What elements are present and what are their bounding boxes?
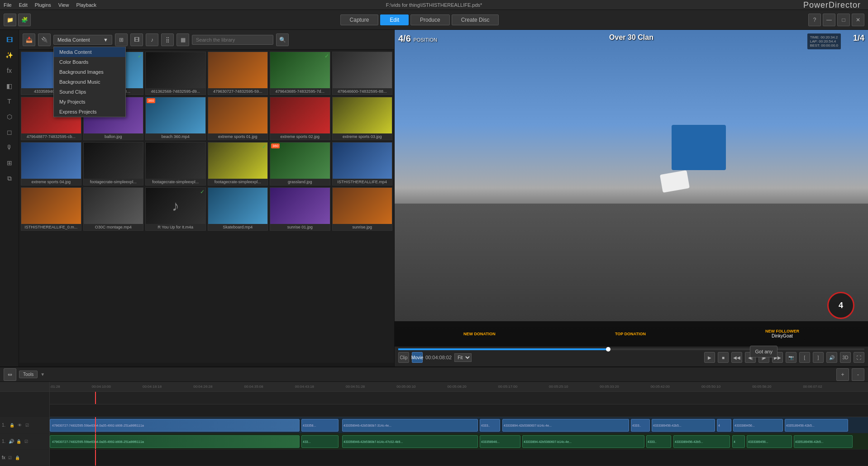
audio-1-2[interactable]: 433...	[301, 435, 339, 448]
track-1-audio-mute[interactable]: ☑	[23, 438, 29, 445]
capture-tab[interactable]: Capture	[340, 14, 379, 25]
audio-1-6[interactable]: 4333..	[646, 435, 671, 448]
clip-1-8[interactable]: 4	[717, 419, 731, 432]
media-icon[interactable]: 🎞	[3, 33, 16, 46]
fit-dropdown[interactable]: Fit	[454, 353, 472, 362]
search-icon[interactable]: 🔍	[276, 33, 289, 46]
fx-icon[interactable]: fx	[3, 64, 16, 77]
fx-check[interactable]: ☑	[7, 455, 13, 461]
track-1-check[interactable]: ☑	[24, 422, 30, 428]
clip-1-10[interactable]: 4335189456-42b5...	[785, 419, 848, 432]
maximize-icon[interactable]: □	[837, 14, 850, 26]
sort-icon[interactable]: ⣿	[161, 33, 174, 46]
dropdown-button[interactable]: Media Content ▼	[53, 35, 112, 45]
multi-icon[interactable]: ⊞	[3, 157, 16, 169]
audio-1-10[interactable]: 4335189456-42b5...	[794, 435, 853, 448]
effects-icon[interactable]: ✨	[3, 49, 16, 62]
help-icon[interactable]: ?	[808, 14, 821, 26]
mark-out-btn[interactable]: ]	[813, 352, 824, 363]
produce-tab[interactable]: Produce	[410, 14, 450, 25]
media-item-21[interactable]: Skateboard.mp4	[208, 187, 268, 231]
audio-icon[interactable]: 🎙	[3, 141, 16, 154]
filmstrip-icon[interactable]: 🎞	[130, 33, 143, 46]
3d-btn[interactable]: 3D	[840, 352, 851, 363]
menu-edit[interactable]: Edit	[19, 2, 28, 8]
clip-1-4[interactable]: 4333..	[480, 419, 500, 432]
progress-bar[interactable]	[398, 348, 864, 350]
clip-1-9[interactable]: 4333389456...	[733, 419, 783, 432]
folder-icon[interactable]: 📁	[4, 14, 16, 26]
music-file-icon[interactable]: ♪	[146, 33, 158, 46]
media-item-3[interactable]: 479630727-74832595-59...	[208, 52, 268, 95]
subtitle-icon[interactable]: ◻	[3, 126, 16, 138]
media-item-8[interactable]: 360 beach 360.mp4	[145, 97, 206, 140]
chapter-icon[interactable]: ⬡	[3, 110, 16, 123]
media-item-22[interactable]: sunrise 01.jpg	[270, 187, 330, 231]
clip-1-5[interactable]: 43333894-42b5380607-b14c-4e...	[502, 419, 629, 432]
fullscreen-btn[interactable]: ⛶	[854, 352, 864, 363]
mark-in-btn[interactable]: [	[799, 352, 810, 363]
media-item-19[interactable]: O30C montage.mp4	[83, 187, 144, 231]
menu-color-boards[interactable]: Color Boards	[54, 57, 125, 67]
menu-background-music[interactable]: Background Music	[54, 77, 125, 87]
audio-1-5[interactable]: 43333894-42b5380607-b14c-4e...	[522, 435, 644, 448]
close-icon[interactable]: ✕	[852, 14, 864, 26]
movie-mode-btn[interactable]: Movie	[412, 352, 423, 363]
media-item-14[interactable]: footagecrate-simpleexpl...	[145, 142, 206, 185]
media-item-23[interactable]: sunrise.jpg	[332, 187, 393, 231]
media-item-16[interactable]: 360 grassland.jpg	[270, 142, 330, 185]
timeline-zoom-in[interactable]: +	[836, 368, 849, 381]
track-1-audio-lock[interactable]: 🔒	[15, 438, 22, 445]
audio-btn[interactable]: 🔊	[826, 352, 837, 363]
media-item-2[interactable]: 461362568-74832595-d9...	[145, 52, 206, 95]
import-icon[interactable]: 📥	[23, 33, 35, 46]
create-disc-tab[interactable]: Create Disc	[452, 14, 499, 25]
mix-icon[interactable]: ⧉	[3, 172, 16, 185]
edit-tab[interactable]: Edit	[380, 14, 409, 25]
snapshot-btn[interactable]: 📷	[786, 352, 796, 363]
track-1-lock[interactable]: 🔒	[9, 422, 15, 428]
grid-view-icon[interactable]: ⊞	[115, 33, 128, 46]
play-btn[interactable]: ▶	[704, 352, 715, 363]
media-item-12[interactable]: extreme sports 04.jpg	[21, 142, 81, 185]
menu-media-content[interactable]: Media Content	[54, 47, 125, 57]
menu-view[interactable]: View	[58, 2, 69, 8]
track-1-eye[interactable]: 👁	[16, 422, 23, 428]
media-item-9[interactable]: extreme sports 01.jpg	[208, 97, 268, 140]
media-item-11[interactable]: extreme sports 03.jpg	[332, 97, 393, 140]
audio-1-7[interactable]: 4333389456-42b5...	[673, 435, 730, 448]
clip-1-6[interactable]: 4333..	[631, 419, 650, 432]
audio-1-1[interactable]: 479630727-74832595-59be63b4-0a35-4992-b9…	[50, 435, 300, 448]
tools-btn[interactable]: Tools	[19, 371, 38, 378]
menu-my-projects[interactable]: My Projects	[54, 97, 125, 107]
media-item-5[interactable]: 479646600-74832595-88...	[332, 52, 393, 95]
timeline-zoom-out[interactable]: -	[852, 368, 864, 381]
clip-1-3[interactable]: 433358946-42b5380b7-314c-4e...	[342, 419, 478, 432]
clip-mode-btn[interactable]: Clip	[398, 352, 409, 363]
audio-1-9[interactable]: 4333389456...	[747, 435, 792, 448]
audio-1-3[interactable]: 433358946-42b5380b7-b14c-47c02-4b9...	[342, 435, 478, 448]
media-item-13[interactable]: footagecrate-simpleexpl...	[83, 142, 144, 185]
prev-frame-btn[interactable]: ◀◀	[731, 352, 742, 363]
audio-1-4[interactable]: 433358946...	[480, 435, 520, 448]
menu-playback[interactable]: Playback	[76, 2, 96, 8]
search-input[interactable]	[192, 35, 273, 45]
menu-plugins[interactable]: Plugins	[35, 2, 51, 8]
plugin-icon[interactable]: 🧩	[18, 14, 31, 26]
media-item-17[interactable]: ISTHISTHEREALLIFE.mp4	[332, 142, 393, 185]
media-item-4[interactable]: ✓ 479643685-74832595-7d...	[270, 52, 330, 95]
media-item-15[interactable]: ✓ footagecrate-simpleexpl...	[208, 142, 268, 185]
transition-icon[interactable]: ◧	[3, 80, 16, 92]
media-item-18[interactable]: ISTHISTHEREALLIFE_0.m...	[21, 187, 81, 231]
progress-thumb[interactable]	[606, 347, 610, 352]
menu-background-images[interactable]: Background Images	[54, 67, 125, 77]
audio-1-8[interactable]: 4	[732, 435, 745, 448]
text-icon[interactable]: T	[3, 95, 16, 108]
menu-sound-clips[interactable]: Sound Clips	[54, 87, 125, 97]
media-item-20[interactable]: ♪ ✓ R You Up for It.m4a	[145, 187, 206, 231]
minimize-icon[interactable]: —	[823, 14, 835, 26]
clip-1-7[interactable]: 4333389456-42b5...	[652, 419, 715, 432]
clip-1-1[interactable]: 479630727-74832595-59be63b4-0a35-4992-b9…	[50, 419, 300, 432]
stop-btn[interactable]: ■	[718, 352, 729, 363]
filter-icon[interactable]: ▦	[176, 33, 189, 46]
